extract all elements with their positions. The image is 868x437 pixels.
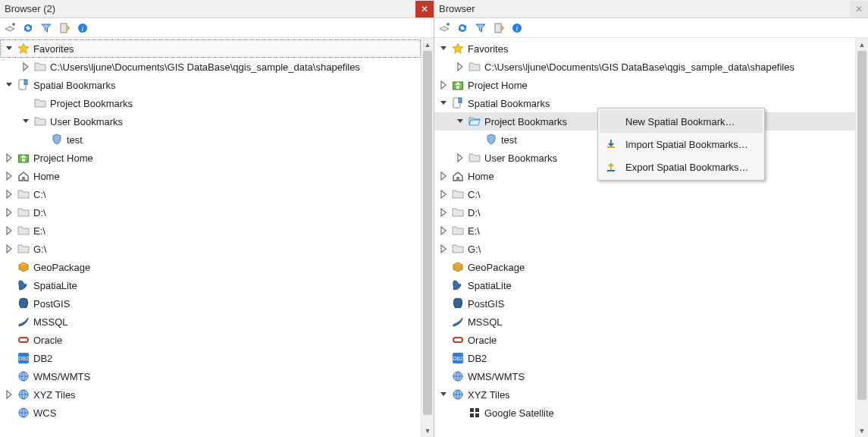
tree-item[interactable]: D:\ <box>0 203 421 222</box>
chevron-right-icon[interactable] <box>437 243 450 255</box>
tree-item[interactable]: C:\ <box>434 185 855 203</box>
tree-view[interactable]: FavoritesC:\Users\ljune\Documents\GIS Da… <box>0 38 421 437</box>
scroll-down-icon[interactable]: ▼ <box>421 424 434 437</box>
close-button[interactable]: ✕ <box>415 1 434 17</box>
tree-item[interactable]: XYZ Tiles <box>0 385 421 404</box>
scrollbar[interactable]: ▲ ▼ <box>421 38 434 437</box>
scroll-up-icon[interactable]: ▲ <box>856 38 868 51</box>
chevron-down-icon[interactable] <box>3 79 15 91</box>
context-menu-item[interactable]: Export Spatial Bookmarks… <box>600 156 763 178</box>
chevron-right-icon[interactable] <box>454 152 466 164</box>
refresh-button[interactable] <box>21 21 35 35</box>
info-button[interactable]: i <box>510 21 524 35</box>
tree-item[interactable]: Project Bookmarks <box>0 94 421 112</box>
chevron-right-icon[interactable] <box>20 61 32 73</box>
scroll-thumb[interactable] <box>857 51 866 400</box>
tree-item[interactable]: Project Home <box>0 149 421 167</box>
tree-view[interactable]: FavoritesC:\Users\ljune\Documents\GIS Da… <box>434 38 855 437</box>
collapse-button[interactable] <box>58 21 71 35</box>
collapse-button[interactable] <box>492 21 506 35</box>
panel-title: Browser <box>439 3 475 14</box>
svg-rect-5 <box>22 159 25 162</box>
chevron-right-icon[interactable] <box>3 243 15 255</box>
tree-item[interactable]: WMS/WMTS <box>434 367 855 385</box>
panel-title: Browser (2) <box>5 3 55 14</box>
chevron-right-icon[interactable] <box>454 61 466 73</box>
tree-item[interactable]: GeoPackage <box>0 258 421 276</box>
chevron-right-icon[interactable] <box>3 388 15 401</box>
chevron-right-icon[interactable] <box>437 79 450 91</box>
tree-item[interactable]: Project Home <box>434 76 855 94</box>
refresh-button[interactable] <box>456 21 469 35</box>
chevron-down-icon[interactable] <box>20 115 32 127</box>
tree-item[interactable]: SpatiaLite <box>434 276 855 294</box>
scrollbar[interactable]: ▲ ▼ <box>855 38 868 437</box>
tree-item[interactable]: User Bookmarks <box>0 112 421 130</box>
tree-item[interactable]: DB2DB2 <box>0 349 421 367</box>
tree-item[interactable]: WMS/WMTS <box>0 367 421 385</box>
filter-button[interactable] <box>39 21 53 35</box>
chevron-right-icon[interactable] <box>3 225 15 237</box>
chevron-right-icon[interactable] <box>437 225 450 237</box>
chevron-down-icon[interactable] <box>3 42 15 55</box>
tree-item-label: MSSQL <box>468 316 507 328</box>
chevron-right-icon[interactable] <box>3 188 15 200</box>
chevron-down-icon[interactable] <box>437 42 450 55</box>
chevron-right-icon[interactable] <box>437 188 450 200</box>
tree-item-label: Project Bookmarks <box>50 98 137 109</box>
tree-item[interactable]: Oracle <box>0 331 421 349</box>
tree-item[interactable]: E:\ <box>434 222 855 240</box>
chevron-down-icon[interactable] <box>437 97 450 109</box>
tree-item[interactable]: Favorites <box>0 39 421 58</box>
info-button[interactable]: i <box>76 21 89 35</box>
tree-item[interactable]: WCS <box>0 404 421 422</box>
chevron-right-icon[interactable] <box>437 206 450 218</box>
scroll-up-icon[interactable]: ▲ <box>421 38 434 51</box>
tree-item[interactable]: test <box>0 130 421 149</box>
add-layer-button[interactable] <box>437 21 451 35</box>
tree-item[interactable]: D:\ <box>434 203 855 222</box>
tree-item-label: E:\ <box>33 225 50 237</box>
tree-item[interactable]: E:\ <box>0 222 421 240</box>
tree-item[interactable]: DB2DB2 <box>434 349 855 367</box>
context-menu-item[interactable]: Import Spatial Bookmarks… <box>600 133 763 156</box>
tree-item[interactable]: Oracle <box>434 331 855 349</box>
chevron-down-icon[interactable] <box>454 115 466 127</box>
tree-item[interactable]: GeoPackage <box>434 258 855 276</box>
tree-item[interactable]: MSSQL <box>434 313 855 331</box>
filter-button[interactable] <box>474 21 487 35</box>
tree-item[interactable]: C:\ <box>0 185 421 203</box>
tree-item[interactable]: MSSQL <box>0 313 421 331</box>
tree-item[interactable]: C:\Users\ljune\Documents\GIS DataBase\qg… <box>434 58 855 76</box>
context-menu[interactable]: New Spatial Bookmark…Import Spatial Book… <box>597 108 765 181</box>
tree-item[interactable]: Spatial Bookmarks <box>0 76 421 94</box>
tree-item-label: C:\Users\ljune\Documents\GIS DataBase\qg… <box>50 61 365 73</box>
tree-item[interactable]: PostGIS <box>434 294 855 313</box>
postgis-icon <box>17 297 30 310</box>
add-layer-button[interactable] <box>3 21 17 35</box>
context-menu-item[interactable]: New Spatial Bookmark… <box>600 110 763 133</box>
scroll-thumb[interactable] <box>423 51 432 415</box>
tree-item[interactable]: C:\Users\ljune\Documents\GIS DataBase\qg… <box>0 58 421 76</box>
chevron-right-icon[interactable] <box>3 206 15 218</box>
tree-item-label: GeoPackage <box>33 262 95 273</box>
tree-item-label: Project Home <box>468 80 532 91</box>
tree-item[interactable]: G:\ <box>434 240 855 258</box>
chevron-right-icon[interactable] <box>437 170 450 182</box>
tree-item[interactable]: XYZ Tiles <box>434 385 855 404</box>
scroll-down-icon[interactable]: ▼ <box>856 424 868 437</box>
close-button[interactable]: ✕ <box>850 1 868 17</box>
tree-item[interactable]: G:\ <box>0 240 421 258</box>
tree-item[interactable]: PostGIS <box>0 294 421 313</box>
tree-item-label: Favorites <box>468 43 512 55</box>
tree-item[interactable]: Favorites <box>434 39 855 58</box>
tree-item[interactable]: Google Satellite <box>434 404 855 422</box>
tree-item[interactable]: SpatiaLite <box>0 276 421 294</box>
chevron-right-icon[interactable] <box>3 170 15 182</box>
oracle-icon <box>17 333 30 347</box>
tree-item-label: C:\ <box>468 189 485 200</box>
chevron-right-icon[interactable] <box>3 152 15 164</box>
tree-item[interactable]: Home <box>0 167 421 185</box>
chevron-down-icon[interactable] <box>437 388 450 401</box>
oracle-icon <box>451 333 465 347</box>
